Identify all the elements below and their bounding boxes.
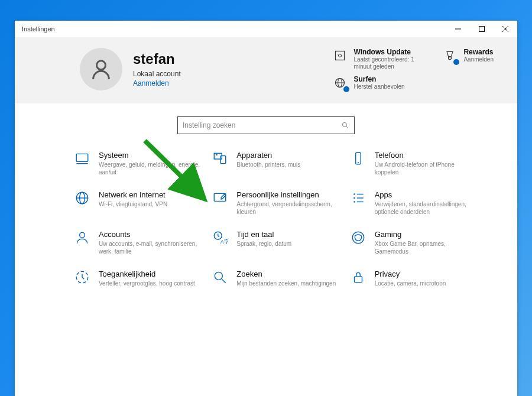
tile-title: Windows Update — [353, 48, 424, 56]
category-title: Zoeken — [236, 270, 336, 278]
tile-surfen[interactable]: Surfen Herstel aanbevolen — [332, 75, 424, 90]
category-tijd-en-taal[interactable]: A字 Tijd en taalSpraak, regio, datum — [212, 230, 342, 255]
avatar — [80, 48, 122, 90]
svg-line-11 — [346, 126, 348, 128]
svg-point-30 — [80, 232, 85, 238]
tile-title: Surfen — [353, 75, 404, 83]
sign-in-link[interactable]: Aanmelden — [133, 79, 181, 87]
category-zoeken[interactable]: ZoekenMijn bestanden zoeken, machtiginge… — [212, 270, 342, 287]
user-block: stefan Lokaal account Aanmelden — [80, 48, 181, 90]
category-title: Gaming — [375, 230, 480, 239]
header-tiles: Windows Update Laatst gecontroleerd: 1 m… — [332, 48, 494, 90]
settings-window: Instellingen stefan Lokaal account Aanme… — [15, 21, 517, 396]
category-gaming[interactable]: GamingXbox Game Bar, opnames, Gamemodus — [350, 230, 480, 255]
accounts-icon — [74, 230, 90, 255]
category-toegankelijkheid[interactable]: ToegankelijkheidVerteller, vergrootglas,… — [74, 270, 204, 287]
category-desc: Achtergrond, vergrendelingsscherm, kleur… — [236, 200, 342, 216]
svg-point-33 — [352, 232, 364, 244]
category-title: Persoonlijke instellingen — [236, 190, 342, 199]
category-desc: Spraak, regio, datum — [236, 240, 291, 248]
tile-rewards[interactable]: Rewards Aanmelden — [442, 48, 494, 70]
svg-rect-1 — [479, 27, 485, 32]
svg-rect-13 — [76, 154, 88, 161]
search-placeholder: Instelling zoeken — [183, 121, 341, 129]
category-desc: Locatie, camera, microfoon — [375, 280, 446, 287]
user-icon — [89, 57, 113, 81]
category-title: Apps — [375, 190, 480, 199]
category-title: Systeem — [99, 151, 204, 160]
svg-rect-37 — [354, 277, 362, 283]
close-button[interactable] — [494, 21, 517, 37]
category-title: Telefoon — [375, 151, 480, 160]
svg-point-17 — [216, 155, 217, 155]
svg-rect-16 — [220, 156, 226, 164]
maximize-button[interactable] — [470, 21, 494, 37]
notification-dot — [343, 86, 349, 92]
account-type: Lokaal account — [133, 70, 181, 78]
apps-icon — [350, 190, 366, 216]
category-desc: Uw accounts, e-mail, synchroniseren, wer… — [99, 240, 204, 255]
minimize-button[interactable] — [446, 21, 470, 37]
category-title: Tijd en taal — [236, 230, 291, 239]
category-apparaten[interactable]: ApparatenBluetooth, printers, muis — [212, 151, 342, 176]
svg-rect-5 — [336, 51, 345, 60]
globe-icon — [332, 75, 348, 90]
search-wrap: Instelling zoeken — [15, 103, 517, 139]
category-desc: Weergave, geluid, meldingen, energie, aa… — [99, 161, 204, 176]
category-title: Toegankelijkheid — [99, 270, 195, 278]
category-desc: Bluetooth, printers, muis — [236, 161, 300, 168]
category-title: Apparaten — [236, 151, 300, 160]
category-accounts[interactable]: AccountsUw accounts, e-mail, synchronise… — [74, 230, 204, 255]
titlebar: Instellingen — [15, 21, 517, 37]
lock-icon — [350, 270, 366, 287]
category-title: Accounts — [99, 230, 204, 239]
search-category-icon — [212, 270, 228, 287]
category-desc: Uw Android-telefoon of iPhone koppelen — [375, 161, 480, 176]
devices-icon — [212, 151, 228, 176]
category-desc: Verwijderen, standaardinstellingen, opti… — [375, 200, 480, 216]
tile-desc: Laatst gecontroleerd: 1 minuut geleden — [353, 56, 424, 70]
svg-point-35 — [215, 272, 223, 280]
window-title: Instellingen — [22, 25, 55, 33]
search-icon — [341, 121, 349, 129]
category-apps[interactable]: AppsVerwijderen, standaardinstellingen, … — [350, 190, 480, 216]
category-desc: Mijn bestanden zoeken, machtigingen — [236, 280, 336, 287]
svg-point-4 — [97, 61, 106, 70]
tile-windows-update[interactable]: Windows Update Laatst gecontroleerd: 1 m… — [332, 48, 424, 70]
tile-desc: Herstel aanbevolen — [353, 83, 404, 90]
svg-text:A字: A字 — [220, 239, 228, 245]
sync-icon — [332, 48, 348, 63]
svg-line-36 — [222, 279, 226, 283]
window-controls — [446, 21, 517, 37]
tile-title: Rewards — [463, 48, 494, 56]
tile-desc: Aanmelden — [463, 56, 494, 63]
header: stefan Lokaal account Aanmelden Windows … — [15, 37, 517, 103]
category-title: Netwerk en internet — [99, 190, 167, 199]
category-desc: Wi-Fi, vliegtuigstand, VPN — [99, 200, 167, 208]
svg-point-10 — [342, 122, 346, 126]
personalization-icon — [212, 190, 228, 216]
network-icon — [74, 190, 90, 216]
time-language-icon: A字 — [212, 230, 228, 255]
category-desc: Verteller, vergrootglas, hoog contrast — [99, 280, 195, 287]
category-desc: Xbox Game Bar, opnames, Gamemodus — [375, 240, 480, 255]
category-telefoon[interactable]: TelefoonUw Android-telefoon of iPhone ko… — [350, 151, 480, 176]
phone-icon — [350, 151, 366, 176]
category-persoonlijke-instellingen[interactable]: Persoonlijke instellingenAchtergrond, ve… — [212, 190, 342, 216]
user-text: stefan Lokaal account Aanmelden — [133, 51, 181, 87]
system-icon — [74, 151, 90, 176]
rewards-icon — [442, 48, 458, 63]
category-privacy[interactable]: PrivacyLocatie, camera, microfoon — [350, 270, 480, 287]
categories-grid: SysteemWeergave, geluid, meldingen, ener… — [15, 139, 517, 287]
notification-dot — [453, 59, 459, 65]
gaming-icon — [350, 230, 366, 255]
accessibility-icon — [74, 270, 90, 287]
category-title: Privacy — [375, 270, 446, 278]
category-netwerk[interactable]: Netwerk en internetWi-Fi, vliegtuigstand… — [74, 190, 204, 216]
search-input[interactable]: Instelling zoeken — [177, 116, 355, 134]
user-name: stefan — [133, 51, 181, 67]
category-systeem[interactable]: SysteemWeergave, geluid, meldingen, ener… — [74, 151, 204, 176]
